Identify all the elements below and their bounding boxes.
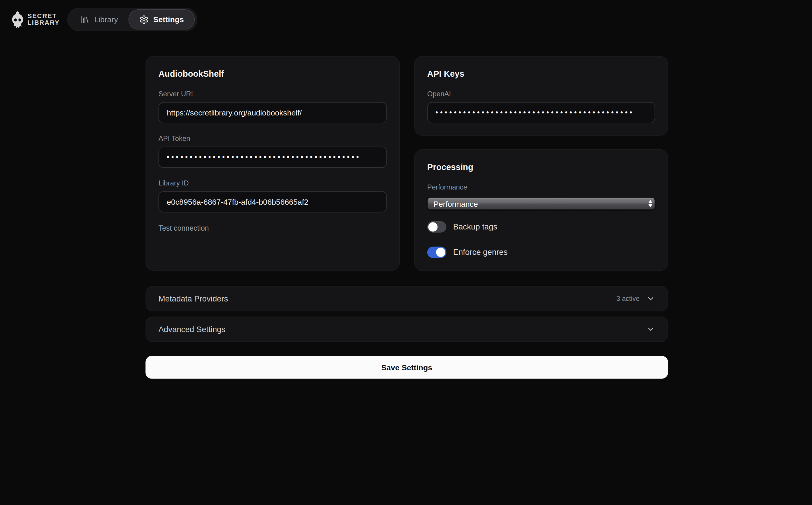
app-name: SECRET LIBRARY <box>27 13 59 26</box>
chevron-down-icon <box>646 325 655 334</box>
tab-settings[interactable]: Settings <box>128 9 195 29</box>
audiobookshelf-card-title: AudiobookShelf <box>159 69 387 79</box>
server-url-label: Server URL <box>159 90 387 98</box>
app-name-line2: LIBRARY <box>27 20 59 26</box>
library-id-input[interactable] <box>159 191 387 212</box>
settings-page: SECRET LIBRARY Library Settings Audioboo… <box>0 0 812 505</box>
advanced-settings-section[interactable]: Advanced Settings <box>146 317 668 342</box>
backup-tags-label: Backup tags <box>453 222 497 231</box>
metadata-providers-title: Metadata Providers <box>159 294 616 303</box>
tab-settings-label: Settings <box>153 15 184 24</box>
api-keys-card-title: API Keys <box>427 69 655 79</box>
openai-key-input[interactable] <box>427 102 655 123</box>
performance-select-wrap: Performance <box>427 197 655 210</box>
chevron-down-icon <box>646 294 655 303</box>
backup-tags-toggle[interactable] <box>427 221 446 233</box>
app-name-line1: SECRET <box>27 13 59 19</box>
api-keys-card: API Keys OpenAI <box>414 56 668 136</box>
enforce-genres-row: Enforce genres <box>427 247 655 258</box>
server-url-input[interactable] <box>159 102 387 123</box>
test-connection-link[interactable]: Test connection <box>159 224 209 232</box>
toggle-knob <box>436 247 445 257</box>
api-token-label: API Token <box>159 135 387 143</box>
gear-icon <box>139 15 149 24</box>
advanced-settings-title: Advanced Settings <box>159 325 640 334</box>
enforce-genres-toggle[interactable] <box>427 247 446 258</box>
tab-library[interactable]: Library <box>70 10 129 29</box>
library-icon <box>80 15 89 24</box>
metadata-providers-badge: 3 active <box>616 295 640 303</box>
processing-card: Processing Performance Performance <box>414 149 668 271</box>
library-id-label: Library ID <box>159 179 387 187</box>
openai-key-label: OpenAI <box>427 90 655 98</box>
performance-select[interactable]: Performance <box>427 197 655 210</box>
tab-library-label: Library <box>94 15 118 24</box>
main-nav: Library Settings <box>67 8 197 31</box>
toggle-knob <box>428 222 437 231</box>
performance-label: Performance <box>427 183 655 191</box>
metadata-providers-section[interactable]: Metadata Providers 3 active <box>146 286 668 311</box>
app-logo: SECRET LIBRARY <box>10 9 60 30</box>
enforce-genres-label: Enforce genres <box>453 247 508 257</box>
backup-tags-row: Backup tags <box>427 221 655 233</box>
api-token-input[interactable] <box>159 147 387 168</box>
processing-card-title: Processing <box>427 162 655 172</box>
skull-logo-icon <box>10 9 25 30</box>
settings-content: AudiobookShelf Server URL API Token Libr… <box>146 56 668 379</box>
audiobookshelf-card: AudiobookShelf Server URL API Token Libr… <box>146 56 400 271</box>
save-settings-button[interactable]: Save Settings <box>146 356 668 379</box>
